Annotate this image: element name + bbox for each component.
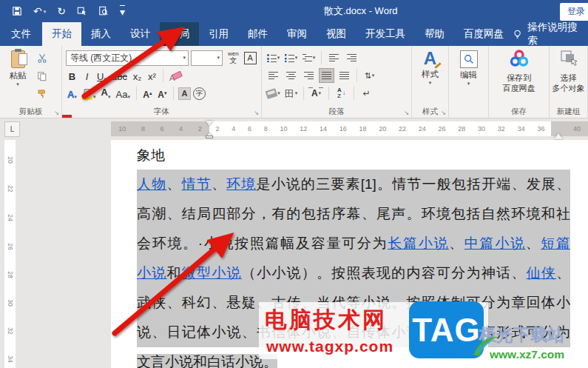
bold-button[interactable]: B — [66, 68, 78, 83]
font-color-button[interactable]: A▾ — [100, 86, 112, 101]
numbering-button[interactable]: ▾ — [283, 50, 299, 65]
bullets-button[interactable]: ▾ — [266, 50, 281, 65]
hyperlink[interactable]: 情节 — [182, 176, 212, 192]
multilevel-list-icon — [303, 53, 312, 62]
styles-button[interactable]: A 样式 ▾ — [413, 49, 447, 86]
line-spacing-button[interactable]: ⇅▾ — [362, 68, 377, 83]
underline-button[interactable]: U▾ — [95, 68, 108, 83]
scissors-icon — [37, 53, 47, 64]
tab-developer[interactable]: 开发工具 — [356, 22, 415, 46]
text-effects-button[interactable]: A▾ — [66, 86, 78, 101]
baidu-save-group: 保存到 百度网盘 保存 — [489, 46, 550, 118]
hyperlink[interactable]: 中篇小说 — [464, 235, 526, 251]
tab-help[interactable]: 帮助 — [415, 22, 454, 46]
clear-formatting-button[interactable]: A — [168, 68, 180, 83]
paste-button[interactable]: 粘贴 ▾ — [1, 49, 34, 106]
shading-button[interactable]: ▾ — [266, 86, 281, 101]
tab-review[interactable]: 审阅 — [277, 22, 317, 46]
sort-button[interactable]: AZ ↓ — [334, 86, 349, 101]
asian-layout-button[interactable]: A▾ — [308, 86, 324, 101]
tab-file[interactable]: 文件 — [0, 22, 42, 46]
font-dialog-launcher[interactable]: ↘ — [254, 110, 259, 116]
vertical-ruler[interactable]: 2022242628303234 — [4, 140, 16, 368]
phonetic-guide-button[interactable]: wén 文 — [228, 51, 239, 64]
align-right-button[interactable] — [301, 68, 317, 83]
text-line[interactable]: 高潮、结局四部分，有的包括序幕、尾声。环境包括自然环境和社 — [137, 199, 570, 229]
select-multiple-objects-button[interactable]: 选择 多个对象 — [551, 49, 586, 94]
ruler-number: 30 — [478, 125, 485, 133]
paragraph-dialog-launcher[interactable]: ↘ — [404, 110, 409, 116]
tab-design[interactable]: 设计 — [121, 22, 160, 46]
tab-references[interactable]: 引用 — [199, 22, 238, 46]
tab-mailings[interactable]: 邮件 — [238, 22, 277, 46]
hyperlink[interactable]: 短篇 — [541, 235, 570, 251]
quick-access-toolbar: ↶▾ ↻ ▾ — [0, 0, 588, 22]
hyperlink[interactable]: 环境 — [226, 176, 256, 192]
character-shading-button[interactable]: A — [178, 87, 191, 100]
borders-button[interactable]: 田▾ — [283, 86, 299, 101]
clipboard-dialog-launcher[interactable]: ↘ — [54, 110, 59, 116]
touch-mode-icon[interactable] — [77, 6, 87, 16]
show-marks-button[interactable]: ↵ — [359, 86, 374, 101]
superscript-button[interactable]: x² — [146, 68, 158, 83]
document-page[interactable]: 象地 人物、情节、环境是小说的三要素[1]。情节一般包括开端、发展、 高潮、结局… — [111, 140, 588, 368]
align-left-button[interactable] — [266, 68, 281, 83]
copy-button[interactable] — [34, 69, 50, 84]
customize-qat-icon[interactable]: ▾ — [120, 5, 125, 17]
left-indent-marker[interactable] — [206, 136, 213, 138]
increase-indent-button[interactable] — [344, 50, 359, 65]
save-to-baidu-button[interactable]: 保存到 百度网盘 — [490, 49, 547, 94]
text-line[interactable]: 会环境。·小说按照篇幅及容量可分为长篇小说、中篇小说、短篇 — [137, 229, 570, 258]
decrease-indent-button[interactable] — [326, 50, 342, 65]
ruler-number: 12 — [300, 125, 307, 133]
justify-button[interactable] — [319, 68, 334, 83]
font-name-select[interactable]: 等线 (西文正文) ▾ — [66, 50, 189, 66]
highlight-color-button[interactable]: ▾ — [81, 86, 98, 101]
horizontal-ruler[interactable]: 108642 24681012141618202224262830323436 … — [111, 121, 588, 136]
text-line[interactable]: 象地 — [137, 141, 570, 170]
chevron-down-icon: ▾ — [127, 94, 130, 100]
character-border-button[interactable]: A — [244, 52, 257, 64]
strikethrough-button[interactable]: abc — [110, 68, 129, 83]
hyperlink[interactable]: 小说 — [137, 265, 167, 281]
enclose-characters-button[interactable]: 字 — [193, 87, 206, 100]
tab-home[interactable]: 开始 — [42, 22, 81, 46]
search-icon — [464, 54, 474, 64]
text-line[interactable]: 人物、情节、环境是小说的三要素[1]。情节一般包括开端、发展、 — [137, 170, 570, 199]
subscript-button[interactable]: x₂ — [131, 68, 143, 83]
undo-icon[interactable]: ↶▾ — [33, 6, 46, 16]
editing-button[interactable]: 编辑 ▾ — [450, 50, 487, 87]
tab-view[interactable]: 视图 — [317, 22, 356, 46]
chevron-down-icon: ▾ — [74, 94, 77, 100]
italic-button[interactable]: I — [81, 68, 93, 83]
align-center-button[interactable] — [283, 68, 299, 83]
text-line[interactable]: 小说和微型小说（小小说）。按照表现的内容可分为神话、仙侠、 — [137, 258, 570, 288]
hyperlink[interactable]: 人物 — [137, 176, 166, 192]
redo-icon[interactable]: ↻ — [57, 6, 66, 16]
print-preview-icon[interactable] — [98, 6, 109, 16]
format-painter-button[interactable] — [34, 87, 50, 101]
hyperlink[interactable]: 长篇小说 — [388, 235, 449, 251]
hyperlink[interactable]: 微型小说 — [182, 265, 242, 281]
ruler-number: 40 — [573, 125, 581, 133]
tab-baidu-netdisk[interactable]: 百度网盘 — [454, 22, 513, 46]
numbered-list-icon — [285, 53, 294, 62]
tell-me-search[interactable]: 操作说明搜索 — [513, 22, 588, 46]
tab-insert[interactable]: 插入 — [81, 22, 121, 46]
styles-dialog-launcher[interactable]: ↘ — [441, 110, 446, 116]
ruler-number: 6 — [248, 125, 251, 133]
hyperlink[interactable]: 仙侠 — [527, 265, 557, 281]
shrink-font-button[interactable]: A▾ — [156, 86, 169, 101]
cut-button[interactable] — [34, 51, 50, 66]
tab-layout[interactable]: 布局 — [160, 22, 199, 46]
font-size-select[interactable]: ▾ — [191, 50, 223, 66]
tab-stop-selector[interactable]: L — [4, 121, 20, 137]
ruler-number: 32 — [7, 326, 14, 337]
login-button[interactable]: 登录 — [560, 3, 588, 21]
distribute-button[interactable] — [337, 68, 352, 83]
right-indent-marker[interactable] — [554, 129, 563, 139]
grow-font-button[interactable]: A▴ — [141, 86, 154, 101]
save-icon[interactable] — [12, 6, 22, 16]
change-case-button[interactable]: Aa▾ — [115, 86, 132, 101]
multilevel-list-button[interactable]: ▾ — [301, 50, 317, 65]
